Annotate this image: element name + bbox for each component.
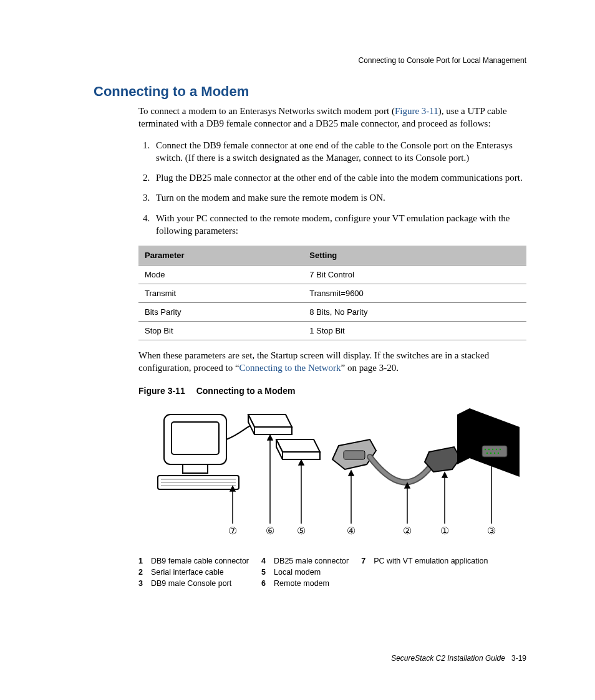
intro-paragraph: To connect a modem to an Enterasys Netwo…	[138, 105, 526, 130]
table-row: Bits Parity 8 Bits, No Parity	[138, 303, 526, 322]
legend-item: 5Local modem	[261, 568, 349, 577]
svg-point-12	[496, 448, 497, 449]
table-row: Stop Bit 1 Stop Bit	[138, 322, 526, 340]
db9-connector-icon	[425, 447, 460, 472]
legend-num: 5	[261, 568, 269, 577]
svg-point-13	[500, 448, 501, 449]
legend-num: 7	[361, 557, 369, 565]
svg-rect-1	[172, 422, 219, 454]
section-heading: Connecting to a Modem	[94, 84, 526, 100]
parameters-table: Parameter Setting Mode 7 Bit Control Tra…	[138, 246, 526, 340]
step-item: Turn on the modem and make sure the remo…	[152, 191, 526, 204]
callout-5: ⑤	[297, 525, 306, 536]
callout-4: ④	[347, 525, 356, 536]
svg-point-11	[492, 448, 493, 449]
legend-text: Local modem	[274, 568, 321, 577]
table-row: Mode 7 Bit Control	[138, 266, 526, 284]
table-cell: Bits Parity	[138, 303, 303, 322]
svg-point-15	[490, 452, 491, 453]
legend-text: DB9 female cable connector	[151, 557, 249, 565]
intro-text-a: To connect a modem to an Enterasys Netwo…	[138, 106, 395, 116]
table-header: Parameter	[138, 246, 303, 266]
step-item: Connect the DB9 female connector at one …	[152, 139, 526, 165]
legend-text: Serial interface cable	[151, 568, 224, 577]
table-row: Transmit Transmit=9600	[138, 284, 526, 303]
legend-num: 1	[138, 557, 146, 565]
svg-point-14	[486, 452, 488, 453]
legend-num: 2	[138, 568, 146, 577]
svg-point-17	[498, 452, 499, 453]
svg-rect-8	[482, 446, 507, 457]
legend-item: 3DB9 male Console port	[138, 579, 249, 588]
callout-3: ③	[487, 525, 496, 536]
switch-panel-icon	[457, 408, 520, 477]
legend-item: 2Serial interface cable	[138, 568, 249, 577]
figure-xref-link[interactable]: Figure 3-11	[395, 106, 438, 116]
table-cell: 8 Bits, No Parity	[303, 303, 526, 322]
svg-point-10	[488, 448, 490, 449]
step-item: With your PC connected to the remote mod…	[152, 212, 526, 237]
table-cell: Mode	[138, 266, 303, 284]
table-cell: Stop Bit	[138, 322, 303, 340]
remote-modem-icon	[248, 415, 292, 434]
after-table-paragraph: When these parameters are set, the Start…	[138, 349, 526, 375]
callout-7: ⑦	[228, 525, 237, 536]
after-table-b: ” on page 3-20.	[341, 363, 399, 373]
callout-6: ⑥	[266, 525, 274, 536]
legend-text: PC with VT emulation application	[374, 557, 488, 565]
step-item: Plug the DB25 male connector at the othe…	[152, 171, 526, 184]
figure-legend: 1DB9 female cable connector 2Serial inte…	[138, 557, 526, 590]
figure-caption: Figure 3-11Connecting to a Modem	[138, 386, 526, 396]
figure-number: Figure 3-11	[138, 386, 185, 396]
page-footer: SecureStack C2 Installation Guide 3-19	[391, 654, 526, 663]
pc-icon	[158, 415, 254, 489]
callout-2: ②	[403, 525, 412, 536]
legend-num: 4	[261, 557, 269, 565]
legend-item: 6Remote modem	[261, 579, 349, 588]
callout-1: ①	[440, 525, 449, 536]
figure-title: Connecting to a Modem	[196, 386, 296, 396]
modem-connection-diagram: ⑦ ⑥ ⑤ ④ ② ① ③	[145, 402, 520, 545]
footer-page-number: 3-19	[511, 654, 526, 663]
legend-item: 4DB25 male connector	[261, 557, 349, 565]
figure-illustration: ⑦ ⑥ ⑤ ④ ② ① ③	[138, 402, 526, 548]
table-cell: 1 Stop Bit	[303, 322, 526, 340]
table-cell: Transmit	[138, 284, 303, 303]
legend-text: DB25 male connector	[274, 557, 349, 565]
legend-text: DB9 male Console port	[151, 579, 231, 588]
table-cell: Transmit=9600	[303, 284, 526, 303]
footer-book-title: SecureStack C2 Installation Guide	[391, 654, 505, 663]
running-header: Connecting to Console Port for Local Man…	[94, 56, 526, 65]
svg-rect-2	[183, 464, 208, 473]
network-xref-link[interactable]: Connecting to the Network	[239, 363, 341, 373]
legend-item: 7PC with VT emulation application	[361, 557, 488, 565]
legend-num: 6	[261, 579, 269, 588]
svg-point-9	[485, 448, 486, 449]
legend-num: 3	[138, 579, 146, 588]
table-header: Setting	[303, 246, 526, 266]
local-modem-icon	[276, 439, 320, 459]
legend-text: Remote modem	[274, 579, 329, 588]
table-cell: 7 Bit Control	[303, 266, 526, 284]
svg-point-16	[494, 452, 495, 453]
callout-numbers: ⑦ ⑥ ⑤ ④ ② ① ③	[228, 525, 496, 536]
svg-rect-7	[344, 451, 365, 459]
legend-item: 1DB9 female cable connector	[138, 557, 249, 565]
procedure-list: Connect the DB9 female connector at one …	[138, 139, 526, 237]
